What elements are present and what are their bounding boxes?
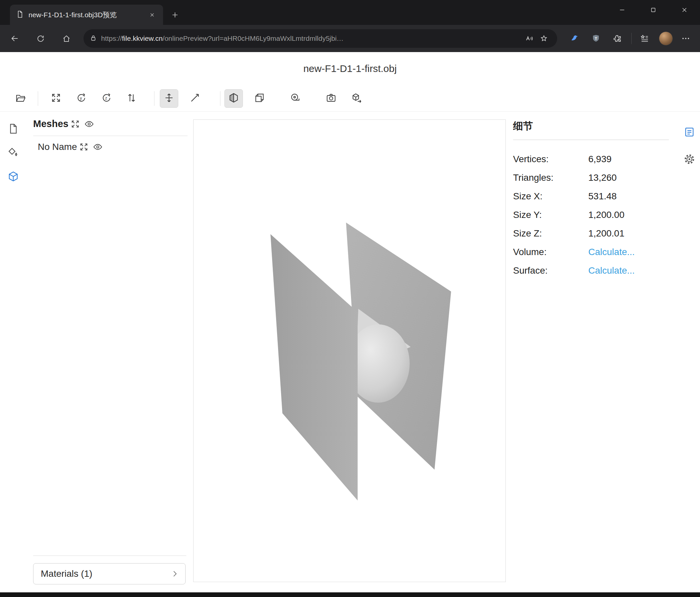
meshes-header-label: Meshes xyxy=(33,118,68,129)
detail-label: Size Z: xyxy=(513,228,588,239)
toolbar-divider xyxy=(38,91,38,106)
read-aloud-icon[interactable] xyxy=(522,31,536,46)
model-viewport[interactable] xyxy=(193,119,506,582)
model-left-plane xyxy=(271,234,358,500)
perspective-cube-icon xyxy=(228,92,239,105)
new-tab-button[interactable] xyxy=(168,8,182,22)
meshes-panel-button[interactable] xyxy=(5,168,22,186)
url-scheme: https:// xyxy=(101,34,122,42)
settings-panel-button[interactable] xyxy=(681,151,698,168)
measure-button[interactable] xyxy=(185,89,204,108)
detail-row: Vertices: 6,939 xyxy=(513,150,669,168)
panel-divider xyxy=(33,555,186,556)
detail-label: Vertices: xyxy=(513,154,588,165)
files-panel-button[interactable] xyxy=(5,121,22,138)
detail-row: Volume: Calculate... xyxy=(513,243,669,261)
snapshot-button[interactable] xyxy=(322,89,341,108)
move-vertical-icon xyxy=(164,92,175,105)
open-model-button[interactable] xyxy=(11,89,30,108)
materials-button-label: Materials (1) xyxy=(41,569,93,579)
set-z-up-button[interactable]: z xyxy=(97,89,116,108)
detail-value: 13,260 xyxy=(588,172,617,183)
url-path: /onlinePreview?url=aHR0cHM6Ly9maWxlLmtrd… xyxy=(163,34,344,42)
perspective-camera-button[interactable] xyxy=(224,89,243,108)
settings-menu-icon[interactable] xyxy=(677,30,694,47)
back-button[interactable] xyxy=(6,30,23,47)
calculate-surface-link[interactable]: Calculate... xyxy=(588,265,635,276)
detail-row: Size Z: 1,200.01 xyxy=(513,224,669,243)
favorites-bar-icon[interactable] xyxy=(636,30,653,47)
address-bar[interactable]: https://file.kkview.cn/onlinePreview?url… xyxy=(83,29,557,48)
detail-value: 6,939 xyxy=(588,154,611,165)
chevron-right-icon xyxy=(170,569,179,578)
measure-distance-button[interactable] xyxy=(286,89,305,108)
extensions-puzzle-icon[interactable] xyxy=(609,30,625,47)
extension-bird-icon[interactable] xyxy=(567,30,583,47)
rotate-y-up-icon: y xyxy=(76,92,87,105)
viewer-page: new-F1-D1-1-first.obj y z xyxy=(0,52,700,592)
navbar-divider xyxy=(631,33,632,44)
detail-label: Triangles: xyxy=(513,172,588,183)
details-list-icon xyxy=(683,126,695,139)
lock-icon[interactable] xyxy=(90,34,97,43)
tape-measure-icon xyxy=(290,92,301,105)
right-icon-strip xyxy=(679,112,700,592)
toolbar-divider xyxy=(220,91,220,106)
fit-to-window-icon xyxy=(50,92,61,105)
set-y-up-button[interactable]: y xyxy=(72,89,91,108)
minimize-button[interactable] xyxy=(606,0,638,20)
materials-panel-button[interactable] xyxy=(5,145,22,162)
browser-tab[interactable]: new-F1-D1-1-first.obj3D预览 xyxy=(10,5,163,25)
mesh-visibility-eye-icon[interactable] xyxy=(91,140,105,154)
viewer-toolbar: y z xyxy=(0,85,700,112)
orthographic-camera-button[interactable] xyxy=(250,89,269,108)
visibility-eye-icon[interactable] xyxy=(82,117,96,131)
fit-to-window-button[interactable] xyxy=(47,89,65,108)
details-panel-button[interactable] xyxy=(681,124,698,141)
tab-favicon-icon xyxy=(16,10,24,20)
gear-icon xyxy=(683,153,695,167)
calculate-volume-link[interactable]: Calculate... xyxy=(588,247,635,257)
home-button[interactable] xyxy=(58,30,75,47)
tab-close-icon[interactable] xyxy=(147,9,158,21)
fix-up-vector-button[interactable] xyxy=(160,89,178,108)
detail-label: Surface: xyxy=(513,265,588,276)
titlebar: new-F1-D1-1-first.obj3D预览 xyxy=(0,0,700,25)
export-model-button[interactable] xyxy=(348,89,366,108)
toolbar-divider xyxy=(154,91,154,106)
profile-avatar[interactable] xyxy=(659,31,673,45)
tab-title: new-F1-D1-1-first.obj3D预览 xyxy=(28,10,147,20)
svg-text:z: z xyxy=(105,95,107,100)
detail-row: Size Y: 1,200.00 xyxy=(513,206,669,224)
viewer-content: Meshes No Name Materials (1) xyxy=(0,112,700,592)
svg-text:y: y xyxy=(80,95,82,100)
diagonal-measure-icon xyxy=(189,92,201,105)
meshes-panel-header: Meshes xyxy=(33,112,188,136)
details-header: 细节 xyxy=(513,119,669,140)
refresh-button[interactable] xyxy=(32,30,49,47)
flip-up-vector-button[interactable] xyxy=(122,89,141,108)
details-rows: Vertices: 6,939 Triangles: 13,260 Size X… xyxy=(513,150,669,280)
fit-mesh-icon[interactable] xyxy=(77,140,91,154)
detail-row: Triangles: 13,260 xyxy=(513,168,669,187)
camera-icon xyxy=(325,92,337,105)
file-icon xyxy=(7,123,19,136)
close-button[interactable] xyxy=(669,0,700,20)
mesh-list-item[interactable]: No Name xyxy=(33,136,188,158)
maximize-button[interactable] xyxy=(638,0,669,20)
model-render xyxy=(194,120,505,582)
flip-arrows-icon xyxy=(126,92,137,105)
url-text: https://file.kkview.cn/onlinePreview?url… xyxy=(101,34,522,43)
favorite-star-icon[interactable] xyxy=(536,31,551,46)
detail-label: Volume: xyxy=(513,247,588,257)
detail-value: 1,200.00 xyxy=(588,210,624,220)
window-bottom-edge xyxy=(0,592,700,597)
materials-icon xyxy=(7,147,19,160)
browser-window: new-F1-D1-1-first.obj3D预览 xyxy=(0,0,700,597)
extension-shield-icon[interactable]: T xyxy=(588,30,604,47)
materials-button[interactable]: Materials (1) xyxy=(33,563,185,584)
detail-label: Size X: xyxy=(513,191,588,202)
open-folder-icon xyxy=(15,92,26,105)
expand-all-icon[interactable] xyxy=(68,117,82,131)
meshes-panel: Meshes No Name Materials (1) xyxy=(26,112,188,592)
